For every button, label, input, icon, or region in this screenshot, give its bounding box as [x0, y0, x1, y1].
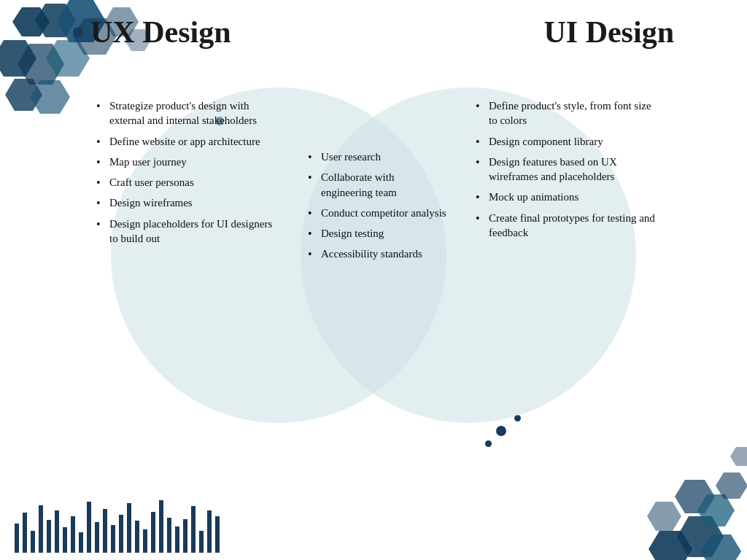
text-columns: Strategize product's design with externa…: [74, 62, 673, 470]
svg-marker-18: [730, 447, 747, 466]
ux-list: Strategize product's design with externa…: [96, 98, 279, 246]
svg-marker-14: [675, 480, 715, 513]
shared-column: User research Collaborate with engineeri…: [293, 62, 454, 470]
bullet-dot-icon: [73, 27, 83, 37]
ux-item-3: Map user journey: [96, 155, 279, 169]
bar-4: [39, 505, 43, 553]
bar-19: [159, 500, 163, 553]
svg-marker-17: [647, 502, 681, 531]
svg-marker-13: [700, 534, 741, 560]
ui-item-5: Create final prototypes for testing and …: [476, 211, 658, 241]
ui-item-2: Design component library: [476, 134, 658, 149]
bar-10: [87, 502, 91, 553]
bar-15: [127, 503, 131, 553]
bar-16: [135, 521, 139, 553]
svg-marker-8: [30, 80, 70, 114]
bar-23: [191, 506, 196, 553]
ui-item-1: Define product's style, from font size t…: [476, 98, 658, 128]
bar-25: [207, 510, 212, 553]
ui-column: Define product's style, from font size t…: [454, 62, 673, 470]
bar-6: [55, 510, 59, 553]
shared-item-4: Design testing: [308, 226, 446, 241]
bar-20: [167, 518, 171, 553]
svg-marker-11: [649, 531, 692, 560]
shared-item-3: Conduct competitor analysis: [308, 206, 446, 220]
shared-list: User research Collaborate with engineeri…: [308, 149, 446, 262]
bar-8: [71, 516, 75, 553]
bar-chart-decoration: [15, 500, 220, 553]
ui-item-3: Design features based on UX wireframes a…: [476, 155, 658, 184]
ux-item-4: Craft user personas: [96, 175, 279, 190]
bar-21: [175, 526, 179, 553]
ux-item-5: Design wireframes: [96, 195, 279, 210]
svg-marker-4: [18, 44, 64, 85]
bar-17: [143, 529, 147, 553]
bar-7: [63, 527, 67, 553]
titles-row: UX Design UI Design: [0, 0, 747, 50]
bar-2: [23, 513, 27, 553]
bar-26: [215, 516, 220, 553]
svg-marker-15: [697, 494, 735, 526]
shared-item-2: Collaborate with engineering team: [308, 170, 446, 200]
ui-item-4: Mock up animations: [476, 190, 658, 204]
bar-1: [15, 524, 19, 553]
bar-5: [47, 520, 51, 553]
shared-item-1: User research: [308, 149, 446, 164]
ux-item-6: Design placeholders for UI designers to …: [96, 217, 279, 246]
bar-12: [103, 509, 107, 553]
ux-item-2: Define website or app architecture: [96, 134, 279, 149]
bar-13: [111, 525, 115, 553]
bar-11: [95, 522, 99, 553]
ui-title: UI Design: [543, 15, 674, 50]
bar-22: [183, 519, 187, 553]
ux-column: Strategize product's design with externa…: [74, 62, 293, 470]
bar-9: [79, 532, 83, 553]
bar-14: [119, 515, 123, 553]
main-content: UX Design UI Design Strategize product's…: [0, 0, 747, 560]
ux-item-1: Strategize product's design with externa…: [96, 98, 279, 128]
bar-3: [31, 531, 35, 553]
shared-item-5: Accessibility standards: [308, 246, 446, 261]
svg-marker-12: [677, 516, 724, 557]
ux-title: UX Design: [73, 15, 231, 50]
bar-18: [151, 512, 155, 553]
svg-marker-16: [716, 472, 747, 499]
bar-24: [199, 531, 204, 553]
svg-marker-7: [5, 79, 42, 111]
ui-list: Define product's style, from font size t…: [476, 98, 658, 240]
